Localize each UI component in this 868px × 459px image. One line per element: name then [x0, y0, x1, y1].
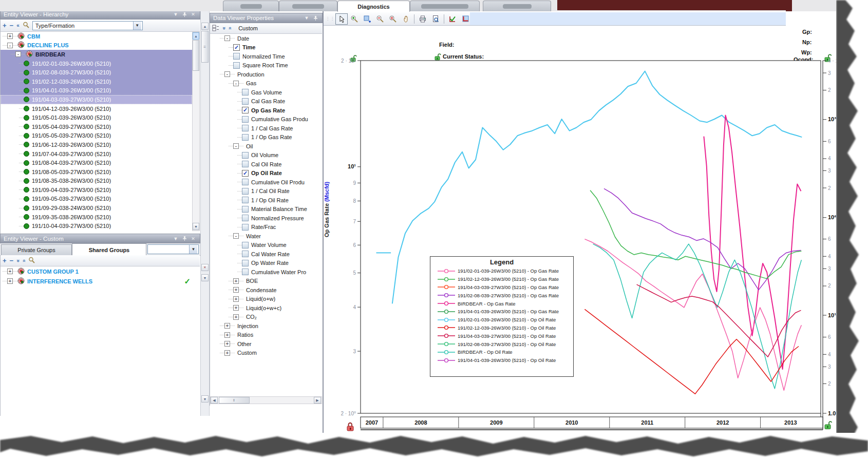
well-item[interactable]: 191/05-01-039-26W3/00 (5210): [1, 113, 192, 122]
pin-icon[interactable]: [181, 235, 188, 242]
chevron-down-icon[interactable]: ▼: [172, 11, 179, 18]
well-item[interactable]: 191/08-05-039-27W3/00 (5210): [1, 167, 192, 177]
well-item[interactable]: 191/02-01-039-26W3/00 (5210): [1, 59, 192, 68]
collapse-icon[interactable]: -: [224, 71, 230, 77]
expand-icon[interactable]: +: [233, 296, 239, 302]
checkbox-unchecked[interactable]: [242, 116, 249, 123]
checkbox-unchecked[interactable]: [242, 161, 249, 167]
well-item[interactable]: 191/04-12-039-26W3/00 (5210): [1, 104, 192, 113]
well-item[interactable]: 191/08-35-038-26W3/00 (5210): [1, 177, 192, 186]
property-item[interactable]: 1 / Op Oil Rate: [210, 196, 322, 205]
property-item[interactable]: 1 / Cal Gas Rate: [210, 124, 322, 133]
chevron-down-icon[interactable]: ▼: [303, 15, 310, 22]
property-item[interactable]: Water Volume: [210, 241, 322, 250]
scroll-down-icon[interactable]: ▼: [201, 395, 209, 403]
tab-redacted-4[interactable]: [483, 1, 551, 11]
check-tree-icon[interactable]: [212, 25, 219, 32]
property-item[interactable]: Square Root Time: [210, 61, 322, 70]
collapse-all-icon[interactable]: »: [22, 259, 27, 262]
checkbox-unchecked[interactable]: [242, 125, 249, 131]
well-item[interactable]: 191/02-08-039-27W3/00 (5210): [1, 68, 192, 77]
scrollbar-thumb[interactable]: ‖: [219, 397, 250, 404]
custom-group-item[interactable]: +CUSTOM GROUP 1: [1, 266, 200, 276]
scroll-up-icon[interactable]: ▲: [201, 23, 209, 30]
collapse-all-icon[interactable]: »: [227, 27, 232, 30]
remove-icon[interactable]: −: [10, 257, 14, 264]
tab-redacted-1[interactable]: [223, 1, 279, 11]
scroll-down-icon[interactable]: ▼: [193, 223, 199, 230]
checkbox-unchecked[interactable]: [242, 98, 249, 105]
property-item[interactable]: 1 / Cal Oil Rate: [210, 187, 322, 196]
close-icon[interactable]: ✕: [190, 235, 197, 242]
zoom-window-icon[interactable]: [361, 13, 373, 25]
cursor-icon[interactable]: [335, 13, 348, 25]
expand-icon[interactable]: +: [224, 341, 230, 347]
expand-icon[interactable]: +: [224, 323, 230, 329]
property-item[interactable]: Cal Oil Rate: [210, 160, 322, 169]
tab-private-groups[interactable]: Private Groups: [1, 244, 72, 255]
expand-icon[interactable]: +: [233, 314, 239, 320]
expand-icon[interactable]: +: [224, 332, 230, 338]
property-item[interactable]: Normalized Pressure: [210, 214, 322, 223]
zoom-in-icon[interactable]: [348, 13, 361, 25]
scroll-up-icon[interactable]: ▲: [193, 32, 199, 40]
well-item[interactable]: 191/10-04-039-27W3/00 (5210): [1, 221, 192, 231]
property-item[interactable]: ✓Op Oil Rate: [210, 169, 322, 178]
property-item[interactable]: Rate/Frac: [210, 223, 322, 232]
checkbox-unchecked[interactable]: [233, 53, 240, 60]
checkbox-unchecked[interactable]: [242, 251, 249, 257]
checkbox-unchecked[interactable]: [242, 188, 249, 195]
expand-icon[interactable]: +: [7, 33, 13, 39]
print-preview-icon[interactable]: [429, 13, 442, 25]
property-item[interactable]: ✓Op Gas Rate: [210, 106, 322, 115]
checkbox-checked[interactable]: ✓: [233, 44, 240, 51]
property-item[interactable]: Gas Volume: [210, 88, 322, 97]
group-item-cbm[interactable]: +CBM: [1, 32, 192, 41]
well-item[interactable]: 191/09-04-039-27W3/00 (5210): [1, 185, 192, 195]
search-icon[interactable]: [23, 22, 29, 29]
well-item[interactable]: 191/06-12-039-26W3/00 (5210): [1, 140, 192, 149]
collapse-icon[interactable]: -: [15, 51, 21, 57]
expand-all-icon[interactable]: »: [15, 259, 21, 262]
add-icon[interactable]: +: [3, 22, 7, 29]
print-icon[interactable]: [417, 13, 429, 25]
well-item[interactable]: 191/09-35-038-26W3/00 (5210): [1, 213, 192, 222]
well-item[interactable]: 191/04-03-039-27W3/00 (5210): [1, 95, 192, 104]
group-item-decline-plus[interactable]: -DECLINE PLUS: [1, 41, 192, 50]
well-item[interactable]: 191/07-04-039-27W3/00 (5210): [1, 149, 192, 159]
pan-hand-icon[interactable]: [400, 13, 412, 25]
remove-icon[interactable]: −: [10, 22, 14, 29]
checkbox-unchecked[interactable]: [242, 179, 249, 185]
tab-diagnostics[interactable]: Diagnostics: [337, 1, 410, 12]
collapse-icon[interactable]: -: [7, 43, 13, 48]
collapse-all-icon[interactable]: «︎: [16, 23, 20, 28]
properties-hscrollbar[interactable]: ◀ ‖ ▶: [210, 396, 322, 404]
pin-icon[interactable]: [312, 15, 319, 22]
group-item-birdbear[interactable]: -BIRDBEAR: [1, 50, 192, 59]
checkbox-unchecked[interactable]: [242, 215, 249, 221]
expand-all-icon[interactable]: »: [221, 27, 227, 30]
property-item[interactable]: Cal Water Rate: [210, 250, 322, 259]
checkbox-unchecked[interactable]: [233, 62, 240, 69]
tab-redacted-2[interactable]: [279, 1, 337, 11]
hierarchy-filter-combobox[interactable]: Type/Formation ▼: [32, 21, 143, 30]
expand-icon[interactable]: +: [224, 350, 230, 356]
checkbox-checked[interactable]: ✓: [242, 107, 249, 113]
checkbox-unchecked[interactable]: [242, 197, 249, 203]
expand-icon[interactable]: +: [233, 305, 239, 311]
well-item[interactable]: 191/05-04-039-27W3/00 (5210): [1, 122, 192, 131]
checkbox-unchecked[interactable]: [242, 269, 249, 275]
add-icon[interactable]: +: [3, 257, 7, 264]
x-axis-lock-icon[interactable]: [346, 422, 355, 433]
checkbox-unchecked[interactable]: [242, 260, 249, 266]
checkbox-unchecked[interactable]: [242, 152, 249, 159]
well-item[interactable]: 191/09-05-039-27W3/00 (5210): [1, 195, 192, 204]
diagnostics-plot[interactable]: 2 · 10¹10¹98765432 · 10⁰4 · 10³3210³6432…: [329, 56, 842, 436]
unzoom-icon[interactable]: [387, 13, 399, 25]
expand-icon[interactable]: +: [233, 278, 239, 284]
well-item[interactable]: 191/08-04-039-27W3/00 (5210): [1, 158, 192, 167]
property-item[interactable]: Cumulative Water Pro: [210, 267, 322, 277]
property-item[interactable]: Oil Volume: [210, 151, 322, 160]
property-item[interactable]: Material Balance Time: [210, 205, 322, 214]
well-item[interactable]: 191/04-01-039-26W3/00 (5210): [1, 86, 192, 95]
